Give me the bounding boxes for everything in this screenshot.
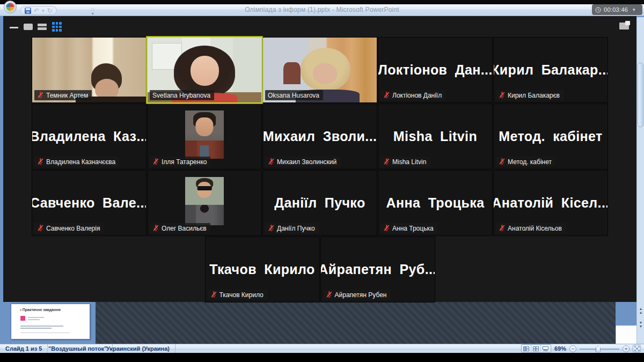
participant-tile[interactable]: Анна Троцька Анна Троцька (378, 171, 492, 235)
muted-mic-icon (152, 158, 159, 165)
participant-tile[interactable]: Svetlana Hrybanova (148, 38, 261, 102)
slide-text-line (20, 326, 63, 327)
powerpoint-titlebar: Олімпіада з інформ (1).pptx - Microsoft … (0, 4, 644, 16)
participant-tile[interactable]: Владилена Каз... Владилена Казначєєва (32, 104, 146, 169)
previous-slide-button[interactable]: ▲▲ (637, 307, 644, 314)
participant-tile[interactable]: Misha Litvin Misha Litvin (378, 104, 492, 169)
participant-name-label: Михаил Зволинский (265, 157, 340, 167)
participant-name: Даніїл Пучко (277, 225, 315, 232)
participant-name: Айрапетян Рубен (335, 291, 387, 299)
muted-mic-icon (37, 92, 44, 99)
participant-row: Владилена Каз... Владилена Казначєєва (32, 104, 608, 169)
participant-name: Oksana Husarova (268, 92, 319, 99)
timer-value: 00:03:46 (604, 6, 628, 13)
office-logo-icon (6, 3, 14, 11)
zoom-window-header (3, 16, 636, 38)
undo-icon[interactable]: ↶ (34, 8, 39, 14)
participant-name: Владилена Казначєєва (46, 158, 115, 166)
participant-name-label: Айрапетян Рубен (323, 290, 391, 300)
participant-name-label: Анатолій Кісельов (496, 223, 566, 233)
layout-icon[interactable] (619, 23, 629, 29)
muted-mic-icon (326, 291, 333, 298)
muted-mic-icon (37, 225, 44, 232)
participant-name-label: Oksana Husarova (265, 90, 323, 100)
participant-row: Савченко Вале... Савченко Валерія Оле (32, 171, 608, 235)
slide-canvas[interactable]: Практичне завдання (11, 304, 90, 339)
participant-name: Ілля Татаренко (162, 158, 207, 166)
fit-to-window-button[interactable] (633, 345, 641, 352)
participant-tile[interactable]: Ткачов Кирило Ткачов Кирило (206, 237, 319, 302)
slide-sorter-button[interactable] (531, 345, 541, 352)
participant-name: Анна Троцька (392, 225, 434, 232)
participant-name: Михаил Зволинский (277, 158, 336, 166)
participant-tile[interactable]: Даніїл Пучко Даніїл Пучко (263, 171, 377, 235)
participant-name-label: Кирил Балакарєв (496, 90, 564, 100)
muted-mic-icon (499, 158, 506, 165)
slide-dark-panel (96, 302, 616, 344)
redo-icon[interactable]: ↻ (47, 8, 53, 14)
participant-name-label: Олег Васильєв (150, 223, 210, 233)
minimize-icon[interactable] (10, 27, 18, 28)
zoom-slider[interactable] (580, 345, 619, 352)
participant-tile[interactable]: Михаил Зволи... Михаил Зволинский (263, 104, 377, 169)
recording-timer[interactable]: 00:03:46 ▼ (592, 4, 642, 15)
bottom-black-strip (0, 353, 644, 362)
muted-mic-icon (268, 158, 275, 165)
participant-name-label: Локтіонов Даніїл (380, 90, 445, 100)
participant-row: Темник Артем Svetlana Hrybanova Oksana H… (32, 38, 608, 102)
participant-tile[interactable]: Кирил Балакар... Кирил Балакарєв (494, 38, 608, 102)
participant-name-label: Анна Троцька (380, 223, 437, 233)
participant-name-label: Владилена Казначєєва (34, 157, 119, 167)
participant-name: Савченко Валерія (46, 225, 100, 232)
undo-dropdown-icon[interactable]: ▾ (42, 8, 45, 14)
normal-view-button[interactable] (522, 345, 531, 352)
participant-name: Misha Litvin (392, 158, 426, 166)
participant-tile[interactable]: Савченко Вале... Савченко Валерія (32, 171, 146, 235)
participant-tile[interactable]: Айрапетян Руб... Айрапетян Рубен (321, 237, 435, 302)
notes-pane-fragment (616, 326, 636, 344)
strip-view-icon[interactable] (38, 24, 47, 30)
participant-name-label: Метод. кабінет (496, 157, 555, 167)
statusbar-right-controls: 69% − + (521, 344, 644, 353)
muted-mic-icon (210, 291, 217, 298)
zoom-out-button[interactable]: − (569, 345, 576, 352)
muted-mic-icon (383, 92, 390, 99)
window-title: Олімпіада з інформ (1).pptx - Microsoft … (0, 6, 644, 13)
timer-dropdown-icon[interactable]: ▼ (632, 8, 636, 12)
participant-grid: Темник Артем Svetlana Hrybanova Oksana H… (3, 38, 636, 302)
slideshow-button[interactable] (541, 345, 551, 352)
slide-text-line (28, 319, 40, 320)
muted-mic-icon (499, 225, 506, 232)
save-icon[interactable] (25, 8, 31, 14)
participant-tile[interactable]: Ілля Татаренко (148, 104, 261, 169)
clock-icon (595, 7, 601, 13)
quick-access-toolbar[interactable]: ↶ ▾ ↻ (20, 6, 57, 15)
participant-tile[interactable]: Темник Артем (32, 38, 146, 102)
participant-tile[interactable]: Локтіонов Дан... Локтіонов Даніїл (378, 38, 492, 102)
muted-mic-icon (383, 225, 390, 232)
participant-tile[interactable]: Анатолій Кісел... Анатолій Кісельов (494, 171, 608, 235)
participant-tile[interactable]: Олег Васильєв (148, 171, 261, 235)
scrollbar-thumb[interactable] (638, 63, 643, 127)
slide-accent-square (20, 316, 25, 321)
participant-row: Ткачов Кирило Ткачов Кирило Айрапетян Ру… (206, 237, 435, 302)
muted-mic-icon (383, 158, 390, 165)
vertical-scrollbar[interactable]: ▲▲ ▼▼ (636, 17, 644, 344)
qat-more-icon[interactable]: ⸬▾ (91, 8, 94, 16)
participant-tile[interactable]: Oksana Husarova (263, 38, 377, 102)
participant-tile[interactable]: Метод. кабінет Метод. кабінет (494, 104, 608, 169)
zoom-in-button[interactable]: + (623, 345, 630, 352)
office-button[interactable] (4, 1, 17, 13)
participant-name: Ткачов Кирило (219, 291, 264, 299)
gallery-view-icon[interactable] (52, 22, 62, 32)
next-slide-button[interactable]: ▼▼ (637, 321, 644, 328)
slide-counter[interactable]: Слайд 1 из 5 (0, 344, 48, 353)
zoom-percentage[interactable]: 69% (554, 345, 566, 352)
muted-mic-icon (268, 225, 275, 232)
participant-name: Олег Васильєв (162, 225, 207, 232)
speaker-view-icon[interactable] (24, 24, 33, 30)
language-indicator[interactable]: Украинский (Украина) (101, 344, 175, 353)
zoom-meeting-window: Темник Артем Svetlana Hrybanova Oksana H… (3, 16, 636, 302)
participant-name-label: Даніїл Пучко (265, 223, 319, 233)
slide-text-line (28, 317, 44, 318)
